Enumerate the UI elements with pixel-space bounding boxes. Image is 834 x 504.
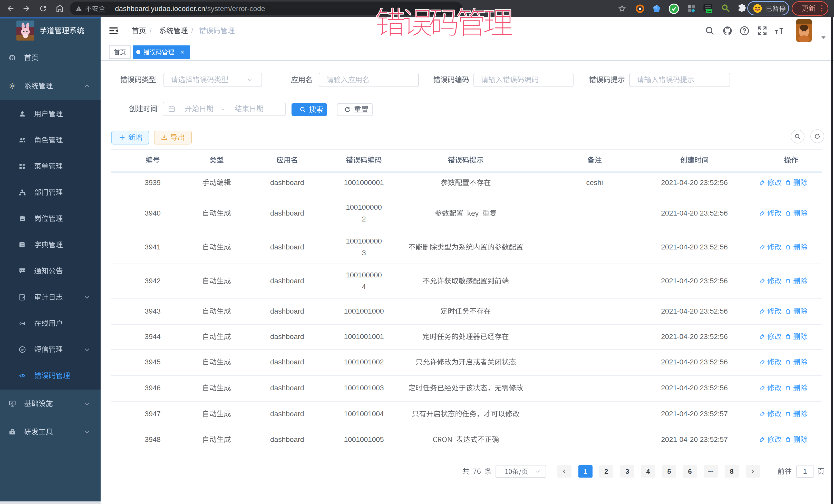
svg-text:on: on [707, 9, 711, 13]
